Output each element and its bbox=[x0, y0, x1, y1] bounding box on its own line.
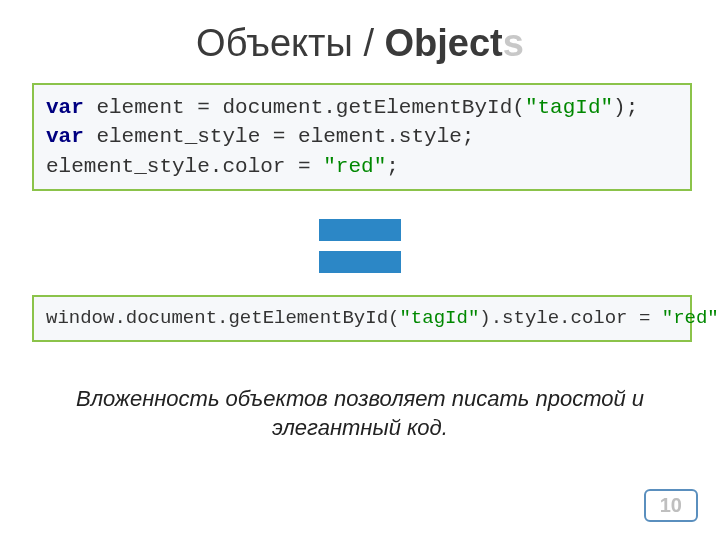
code-line: window.document.getElementById("tagId").… bbox=[46, 305, 678, 332]
page-number-badge: 10 bbox=[644, 489, 698, 522]
code-block-1: var element = document.getElementById("t… bbox=[32, 83, 692, 191]
equals-icon bbox=[0, 219, 720, 273]
code-line: var element_style = element.style; bbox=[46, 122, 678, 151]
title-bold: Object bbox=[385, 22, 503, 64]
slide-title: Объекты / Objects bbox=[0, 0, 720, 65]
code-block-2: window.document.getElementById("tagId").… bbox=[32, 295, 692, 342]
title-faded: s bbox=[503, 22, 524, 64]
equals-bar-top bbox=[319, 219, 401, 241]
code-line: var element = document.getElementById("t… bbox=[46, 93, 678, 122]
title-prefix: Объекты / bbox=[196, 22, 384, 64]
equals-bar-bottom bbox=[319, 251, 401, 273]
footer-caption: Вложенность объектов позволяет писать пр… bbox=[0, 384, 720, 443]
code-line: element_style.color = "red"; bbox=[46, 152, 678, 181]
